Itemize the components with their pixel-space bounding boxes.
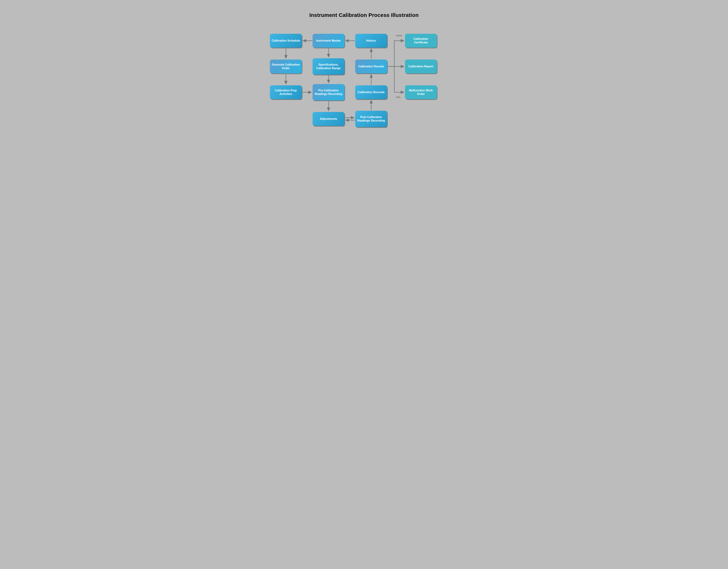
diagram-title: Instrument Calibration Process Illustrat… xyxy=(250,12,478,18)
node-post-calibration-readings-recording: Post Calibration Readings Recording xyxy=(355,111,387,127)
node-calibration-report: Calibration Report xyxy=(405,60,437,73)
node-calibration-schedule: Calibration Schedule xyxy=(270,34,302,48)
node-calibration-prep-activities: Calibration Prep Activities xyxy=(270,85,302,99)
node-malfunction-work-order: Malfunction Work Order xyxy=(405,85,437,99)
node-calibration-certificate: Calibration Certificate xyxy=(405,34,437,48)
node-pre-calibration-readings-recording: Pre-Calibration Readings Recording xyxy=(313,84,345,100)
node-specifications-calibration-range: Specifications, Calibration Range xyxy=(313,58,345,75)
edge-label-pass: PASS xyxy=(396,34,402,37)
arrow-results-pass-to-certificate xyxy=(390,41,404,66)
node-calibration-results: Calibration Results xyxy=(355,60,387,73)
diagram-canvas: Instrument Calibration Process Illustrat… xyxy=(250,0,478,178)
node-instrument-master: Instrument Master xyxy=(313,34,345,48)
node-history: History xyxy=(355,34,387,48)
node-adjustments: Adjustments xyxy=(313,112,345,126)
edge-label-fail: FAIL xyxy=(396,96,401,98)
node-calibration-records: Calibration Records xyxy=(355,85,387,99)
arrow-results-fail-to-malfunction xyxy=(390,66,404,92)
node-generate-calibration-order: Generate Calibration Order xyxy=(270,60,302,73)
